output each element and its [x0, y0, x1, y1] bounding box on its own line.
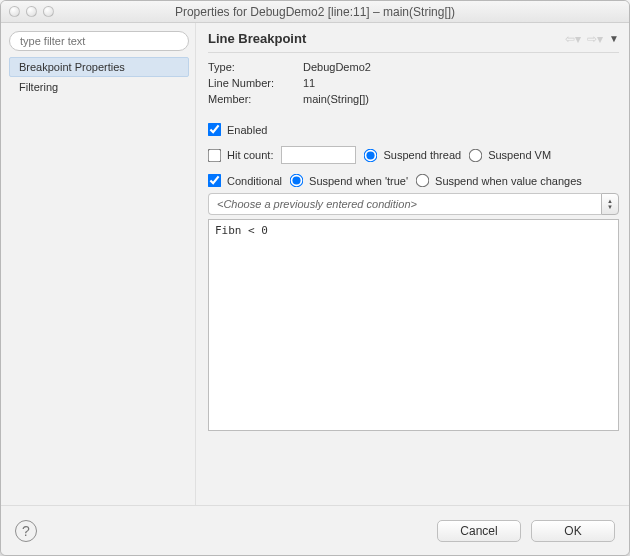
enabled-label: Enabled	[227, 124, 267, 136]
suspend-thread-radio[interactable]: Suspend thread	[364, 149, 461, 162]
member-label: Member:	[208, 93, 303, 105]
form: Type:DebugDemo2 Line Number:11 Member:ma…	[208, 53, 619, 431]
window-controls	[9, 6, 54, 17]
hitcount-label: Hit count:	[227, 149, 273, 161]
condition-text: Fibn < 0	[215, 224, 268, 237]
stepper-icon[interactable]: ▲▼	[601, 193, 619, 215]
sidebar-item-label: Filtering	[19, 81, 58, 93]
sidebar: Breakpoint Properties Filtering	[1, 23, 196, 505]
conditional-label: Conditional	[227, 175, 282, 187]
category-list: Breakpoint Properties Filtering	[9, 57, 189, 97]
conditional-checkbox-input[interactable]	[208, 174, 222, 188]
suspend-change-radio-input[interactable]	[416, 174, 430, 188]
hitcount-checkbox[interactable]: Hit count:	[208, 149, 273, 162]
conditional-checkbox[interactable]: Conditional	[208, 174, 282, 187]
sidebar-item-label: Breakpoint Properties	[19, 61, 125, 73]
condition-history-placeholder: <Choose a previously entered condition>	[208, 193, 601, 215]
condition-editor[interactable]: Fibn < 0	[208, 219, 619, 431]
sidebar-item-filtering[interactable]: Filtering	[9, 77, 189, 97]
suspend-thread-label: Suspend thread	[383, 149, 461, 161]
line-label: Line Number:	[208, 77, 303, 89]
suspend-vm-label: Suspend VM	[488, 149, 551, 161]
type-value: DebugDemo2	[303, 61, 371, 73]
line-value: 11	[303, 77, 315, 89]
enabled-checkbox-input[interactable]	[208, 123, 222, 137]
close-icon[interactable]	[9, 6, 20, 17]
suspend-true-radio-input[interactable]	[290, 174, 304, 188]
suspend-true-radio[interactable]: Suspend when 'true'	[290, 174, 408, 187]
member-value: main(String[])	[303, 93, 369, 105]
condition-history-dropdown[interactable]: <Choose a previously entered condition> …	[208, 193, 619, 215]
footer: ? Cancel OK	[1, 505, 629, 555]
content-area: Breakpoint Properties Filtering Line Bre…	[1, 23, 629, 505]
forward-icon[interactable]: ⇨▾	[587, 32, 603, 46]
filter-input[interactable]	[9, 31, 189, 51]
help-icon[interactable]: ?	[15, 520, 37, 542]
view-menu-icon[interactable]: ▼	[609, 33, 619, 44]
suspend-vm-radio[interactable]: Suspend VM	[469, 149, 551, 162]
suspend-change-label: Suspend when value changes	[435, 175, 582, 187]
window-title: Properties for DebugDemo2 [line:11] – ma…	[1, 5, 629, 19]
zoom-icon[interactable]	[43, 6, 54, 17]
hitcount-input[interactable]	[281, 146, 356, 164]
type-label: Type:	[208, 61, 303, 73]
sidebar-item-breakpoint-properties[interactable]: Breakpoint Properties	[9, 57, 189, 77]
panel-heading: Line Breakpoint	[208, 31, 565, 46]
hitcount-checkbox-input[interactable]	[208, 148, 222, 162]
back-icon[interactable]: ⇦▾	[565, 32, 581, 46]
ok-button[interactable]: OK	[531, 520, 615, 542]
main-panel: Line Breakpoint ⇦▾ ⇨▾ ▼ Type:DebugDemo2 …	[196, 23, 629, 505]
suspend-thread-radio-input[interactable]	[364, 148, 378, 162]
enabled-checkbox[interactable]: Enabled	[208, 123, 267, 136]
titlebar: Properties for DebugDemo2 [line:11] – ma…	[1, 1, 629, 23]
minimize-icon[interactable]	[26, 6, 37, 17]
properties-dialog: Properties for DebugDemo2 [line:11] – ma…	[0, 0, 630, 556]
suspend-vm-radio-input[interactable]	[469, 148, 483, 162]
cancel-button[interactable]: Cancel	[437, 520, 521, 542]
suspend-change-radio[interactable]: Suspend when value changes	[416, 174, 582, 187]
suspend-true-label: Suspend when 'true'	[309, 175, 408, 187]
